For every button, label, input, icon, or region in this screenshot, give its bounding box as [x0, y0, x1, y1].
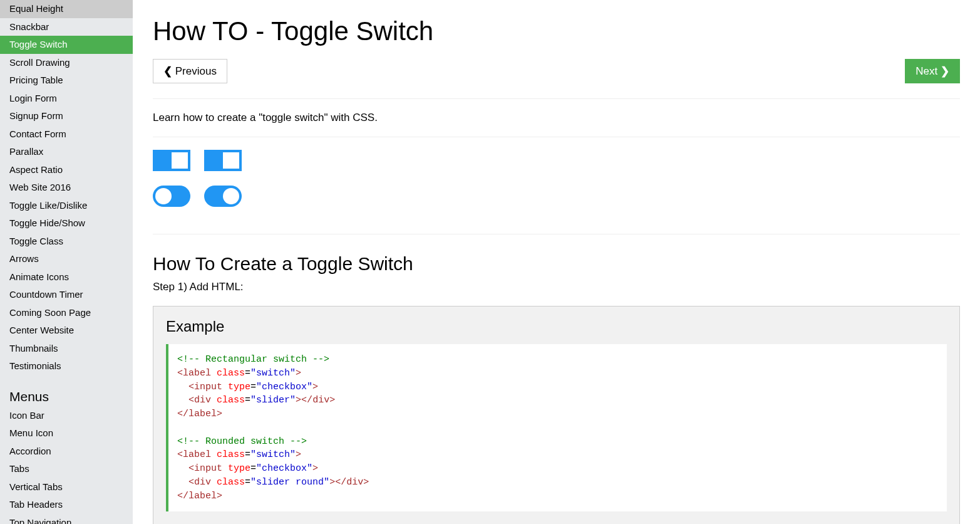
- round-switch-on[interactable]: [204, 186, 242, 207]
- sidebar-item[interactable]: Tabs: [0, 460, 133, 478]
- sidebar-item[interactable]: Accordion: [0, 443, 133, 461]
- sidebar-item[interactable]: Coming Soon Page: [0, 304, 133, 322]
- sidebar-item[interactable]: Signup Form: [0, 107, 133, 125]
- sidebar[interactable]: Equal HeightSnackbarToggle SwitchScroll …: [0, 0, 133, 524]
- divider: [153, 137, 960, 137]
- sidebar-item[interactable]: Parallax: [0, 143, 133, 161]
- sidebar-item[interactable]: Aspect Ratio: [0, 161, 133, 179]
- rect-switch-off[interactable]: [153, 150, 190, 171]
- intro-text: Learn how to create a "toggle switch" wi…: [153, 112, 960, 124]
- sidebar-item[interactable]: Arrows: [0, 250, 133, 268]
- sidebar-item[interactable]: Icon Bar: [0, 407, 133, 425]
- sidebar-item[interactable]: Snackbar: [0, 18, 133, 36]
- chevron-left-icon: ❮: [163, 65, 175, 78]
- step-label: Step 1) Add HTML:: [153, 281, 960, 293]
- sidebar-item[interactable]: Login Form: [0, 90, 133, 108]
- sidebar-item[interactable]: Menu Icon: [0, 424, 133, 443]
- example-heading: Example: [166, 318, 947, 335]
- sidebar-item[interactable]: Equal Height: [0, 0, 133, 18]
- sidebar-item[interactable]: Toggle Hide/Show: [0, 214, 133, 233]
- example-box: Example <!-- Rectangular switch --> <lab…: [153, 306, 960, 524]
- switch-demo-area: [153, 150, 960, 221]
- divider: [153, 234, 960, 234]
- rect-switch-on[interactable]: [204, 150, 242, 171]
- chevron-right-icon: ❯: [937, 65, 949, 78]
- sidebar-item[interactable]: Countdown Timer: [0, 286, 133, 304]
- sidebar-item[interactable]: Pricing Table: [0, 71, 133, 90]
- sidebar-item[interactable]: Tab Headers: [0, 496, 133, 514]
- sidebar-item[interactable]: Web Site 2016: [0, 179, 133, 197]
- sidebar-item[interactable]: Toggle Class: [0, 233, 133, 251]
- section-title: How To Create a Toggle Switch: [153, 253, 960, 275]
- round-switch-off[interactable]: [153, 186, 190, 207]
- sidebar-item[interactable]: Toggle Like/Dislike: [0, 197, 133, 215]
- sidebar-item[interactable]: Top Navigation: [0, 514, 133, 525]
- sidebar-item[interactable]: Toggle Switch: [0, 36, 133, 54]
- sidebar-item[interactable]: Vertical Tabs: [0, 478, 133, 496]
- page-title: How TO - Toggle Switch: [153, 16, 960, 46]
- sidebar-item[interactable]: Scroll Drawing: [0, 54, 133, 72]
- divider: [153, 98, 960, 99]
- sidebar-item[interactable]: Animate Icons: [0, 268, 133, 286]
- next-button[interactable]: Next ❯: [905, 59, 960, 83]
- sidebar-item[interactable]: Testimonials: [0, 357, 133, 375]
- sidebar-item[interactable]: Thumbnails: [0, 340, 133, 358]
- code-block: <!-- Rectangular switch --> <label class…: [166, 344, 947, 511]
- sidebar-section-header: Menus: [0, 384, 133, 407]
- sidebar-item[interactable]: Contact Form: [0, 125, 133, 144]
- main-content: How TO - Toggle Switch ❮ Previous Next ❯…: [133, 0, 980, 524]
- sidebar-item[interactable]: Center Website: [0, 322, 133, 340]
- previous-button[interactable]: ❮ Previous: [153, 59, 227, 83]
